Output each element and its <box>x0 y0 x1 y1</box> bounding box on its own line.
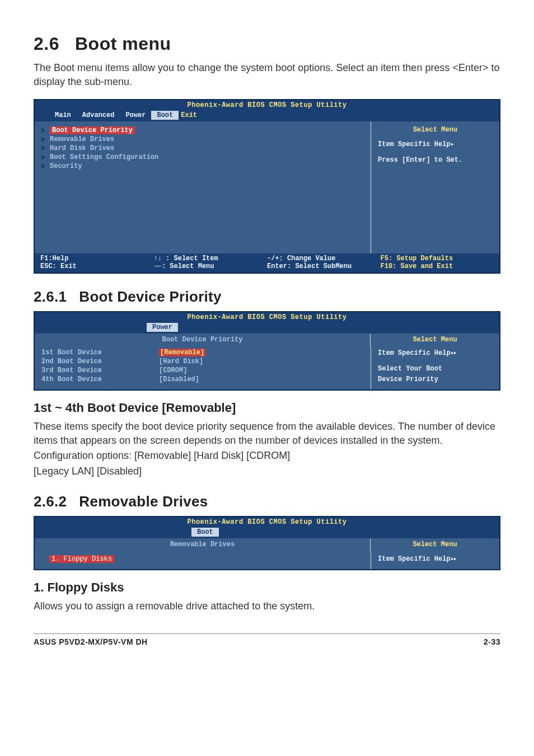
boot-row-label: 3rd Boot Device <box>41 367 159 374</box>
menu-item-boot-settings-config[interactable]: Boot Settings Configuration <box>41 153 364 162</box>
menu-label: Boot Device Priority <box>50 126 135 134</box>
boot-row-label: 2nd Boot Device <box>41 358 159 365</box>
subsection-title: Boot Device Priority <box>79 288 222 305</box>
boot-row-value: [Hard Disk] <box>159 358 203 365</box>
menu-label: Hard Disk Drives <box>50 144 114 152</box>
submenu-arrow-icon <box>41 154 45 160</box>
tab-power[interactable]: Power <box>147 323 178 332</box>
panel-section-header: Removable Drives <box>35 538 370 552</box>
help-title: Select Menu <box>371 541 499 548</box>
help-text-1: Item Specific Help▸▸ <box>378 348 493 359</box>
bios-help-pane: Item Specific Help▸▸ <box>371 552 499 569</box>
bios-left-pane: 1. Floppy Disks <box>35 552 371 569</box>
submenu-arrow-icon <box>41 137 45 142</box>
help-text-3: Device Priority <box>378 374 493 385</box>
section-intro: The Boot menu items allow you to change … <box>34 61 500 89</box>
bios-tab-bar: Main Advanced Power Boot Exit <box>35 110 499 121</box>
bios-boot-menu: Phoenix-Award BIOS CMOS Setup Utility Ma… <box>34 99 500 274</box>
menu-label: Security <box>50 162 82 170</box>
menu-label: Removable Drives <box>50 135 114 143</box>
section-heading: 2.6Boot menu <box>34 34 500 54</box>
help-title: Select Menu <box>378 126 493 134</box>
boot-row-1[interactable]: 1st Boot Device[Removable] <box>41 348 364 357</box>
help-text-2: Select Your Boot <box>378 364 493 374</box>
bios-left-pane: Boot Device Priority Removable Drives Ha… <box>35 121 371 253</box>
menu-item-removable-drives[interactable]: Removable Drives <box>41 135 364 144</box>
tab-main[interactable]: Main <box>49 111 77 120</box>
subsection-261-heading: 2.6.1Boot Device Priority <box>34 288 500 306</box>
bios-title: Phoenix-Award BIOS CMOS Setup Utility <box>35 517 499 527</box>
removable-drive-item[interactable]: 1. Floppy Disks <box>49 555 114 563</box>
boot-row-value: [CDROM] <box>159 367 187 374</box>
tab-exit[interactable]: Exit <box>179 111 203 120</box>
bios-title: Phoenix-Award BIOS CMOS Setup Utility <box>35 100 499 110</box>
menu-item-boot-device-priority[interactable]: Boot Device Priority <box>41 126 364 135</box>
menu-label: Boot Settings Configuration <box>50 153 158 161</box>
menu-item-hard-disk-drives[interactable]: Hard Disk Drives <box>41 144 364 153</box>
bios-help-pane: Select Menu Item Specific Help▸ Press [E… <box>371 121 499 253</box>
boot-row-label: 4th Boot Device <box>41 375 159 383</box>
bios-left-pane: 1st Boot Device[Removable] 2nd Boot Devi… <box>35 347 371 389</box>
boot-row-2[interactable]: 2nd Boot Device[Hard Disk] <box>41 357 364 366</box>
submenu-arrow-icon <box>41 145 45 151</box>
footer-col1: F1:Help ESC: Exit <box>40 255 154 270</box>
bios-removable-drives: Phoenix-Award BIOS CMOS Setup Utility Bo… <box>34 516 500 570</box>
boot-row-3[interactable]: 3rd Boot Device[CDROM] <box>41 366 364 375</box>
right-arrow-icon: ▸▸ <box>451 349 456 357</box>
detail-text-2: Configuration options: [Removable] [Hard… <box>34 449 500 463</box>
help-text-2: Press [Enter] to Set. <box>378 155 493 166</box>
footer-col2: ↑↓ : Select Item →←: Select Menu <box>154 255 268 270</box>
detail-heading-floppy: 1. Floppy Disks <box>34 580 500 595</box>
bios-help-pane: Item Specific Help▸▸ Select Your Boot De… <box>371 347 499 389</box>
menu-item-security[interactable]: Security <box>41 162 364 171</box>
detail-text-floppy: Allows you to assign a removable drive a… <box>34 599 500 613</box>
right-arrow-icon: ▸▸ <box>451 555 456 563</box>
panel-section-header: Boot Device Priority <box>35 334 370 347</box>
tab-boot[interactable]: Boot <box>191 528 219 537</box>
footer-col4: F5: Setup Defaults F10: Save and Exit <box>381 255 494 270</box>
tab-boot[interactable]: Boot <box>151 111 179 120</box>
footer-col3: -/+: Change Value Enter: Select SubMenu <box>267 255 381 270</box>
page-footer: ASUS P5VD2-MX/P5V-VM DH 2-33 <box>34 633 500 646</box>
bios-boot-device-priority: Phoenix-Award BIOS CMOS Setup Utility Po… <box>34 311 500 391</box>
submenu-arrow-icon <box>41 163 45 169</box>
help-title: Select Menu <box>371 336 499 344</box>
footer-left: ASUS P5VD2-MX/P5V-VM DH <box>34 637 148 646</box>
tab-power[interactable]: Power <box>120 111 151 120</box>
tab-advanced[interactable]: Advanced <box>77 111 120 120</box>
bios-tab-bar: Power <box>35 322 499 334</box>
section-title: Boot menu <box>75 34 171 54</box>
boot-row-value: [Disabled] <box>159 375 199 383</box>
subsection-262-heading: 2.6.2Removable Drives <box>34 493 500 510</box>
section-number: 2.6 <box>34 34 59 54</box>
boot-row-4[interactable]: 4th Boot Device[Disabled] <box>41 375 364 384</box>
boot-row-value: [Removable] <box>159 349 205 356</box>
boot-row-label: 1st Boot Device <box>41 349 159 356</box>
bios-footer: F1:Help ESC: Exit ↑↓ : Select Item →←: S… <box>35 253 499 273</box>
footer-right: 2-33 <box>484 637 500 646</box>
subsection-number: 2.6.2 <box>34 493 67 510</box>
help-text-1: Item Specific Help▸▸ <box>378 554 493 565</box>
bios-title: Phoenix-Award BIOS CMOS Setup Utility <box>35 312 499 322</box>
detail-text-3: [Legacy LAN] [Disabled] <box>34 464 500 478</box>
help-text-1: Item Specific Help▸ <box>378 139 493 150</box>
submenu-arrow-icon <box>41 128 45 133</box>
detail-heading-boot-device: 1st ~ 4th Boot Device [Removable] <box>34 401 500 415</box>
right-arrow-icon: ▸ <box>451 140 453 148</box>
subsection-title: Removable Drives <box>79 493 208 510</box>
subsection-number: 2.6.1 <box>34 288 67 305</box>
bios-tab-bar: Boot <box>35 527 499 538</box>
detail-text-1: These items specify the boot device prio… <box>34 420 500 448</box>
